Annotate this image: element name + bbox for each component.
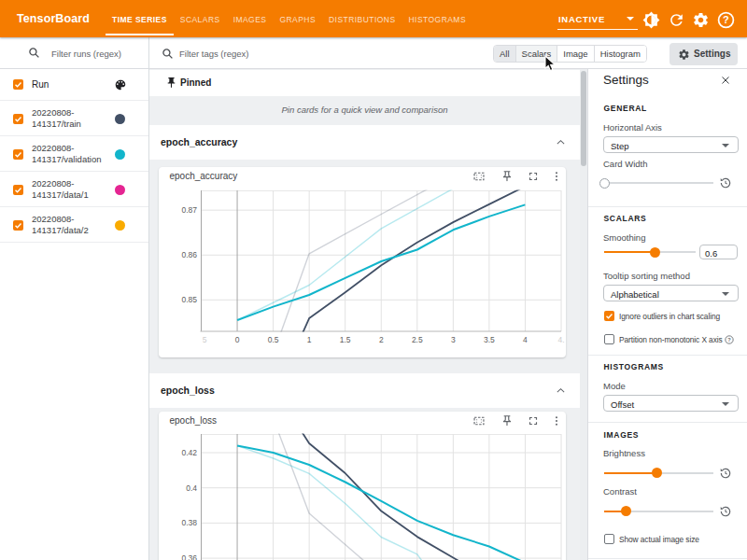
chevron-down-icon [722,402,729,406]
refresh-icon[interactable] [668,11,685,29]
partition-x-axis-row[interactable]: Partition non-monotonic X axis ? [588,334,747,345]
kebab-menu-icon[interactable] [550,170,563,183]
tab-histograms[interactable]: HISTOGRAMS [402,0,473,37]
histogram-mode-dropdown[interactable]: Offset [603,395,739,412]
general-heading: GENERAL [604,104,647,113]
section-header-epoch-accuracy[interactable]: epoch_accuracy [149,125,580,160]
run-row-train[interactable]: 20220808-141317/train [0,101,148,136]
status-select[interactable]: INACTIVE [557,7,638,30]
close-icon[interactable] [720,75,731,86]
palette-icon[interactable] [114,78,127,91]
card-title: epoch_loss [170,415,218,426]
run-select-all-checkbox[interactable] [13,79,23,90]
brightness-slider[interactable] [604,468,713,479]
tags-filter-input[interactable] [179,45,319,62]
run-name: 20220808-141317/validation [32,143,112,164]
contrast-slider[interactable] [604,506,713,517]
partition-checkbox[interactable] [604,334,614,344]
status-label: INACTIVE [558,14,605,24]
slider-thumb[interactable] [650,247,660,258]
svg-text:4.: 4. [557,334,564,343]
actual-image-size-row[interactable]: Show actual image size [588,534,747,545]
icon-glyph [642,11,660,29]
filter-image-button[interactable]: Image [557,46,594,62]
svg-text:2.5: 2.5 [412,334,423,343]
ignore-outliers-row[interactable]: Ignore outliers in chart scaling [588,311,747,322]
svg-text:0.42: 0.42 [181,448,197,457]
contrast-label: Contrast [603,486,637,497]
cards-area: Pinned Pin cards for a quick view and co… [149,69,587,560]
chevron-up-icon[interactable] [556,137,566,147]
section-header-epoch-loss[interactable]: epoch_loss [149,373,580,408]
pin-icon[interactable] [500,170,514,183]
fullscreen-icon[interactable] [527,414,540,427]
tab-distributions[interactable]: DISTRIBUTIONS [322,0,402,37]
settings-panel: Settings GENERAL Horizontal Axis Step Ca… [587,69,747,560]
pin-icon[interactable] [500,414,514,427]
histograms-heading: HISTOGRAMS [604,362,664,371]
run-checkbox[interactable] [13,114,23,124]
settings-button[interactable]: Settings [669,43,738,65]
fit-to-data-icon[interactable] [472,170,486,183]
run-checkbox[interactable] [13,185,23,195]
run-checkbox[interactable] [13,220,23,231]
reset-icon[interactable] [719,176,732,189]
chevron-down-icon [627,17,634,21]
icon-glyph [500,414,514,427]
svg-text:0.87: 0.87 [181,205,197,215]
tab-scalars[interactable]: SCALARS [174,0,227,37]
runs-filter-input[interactable] [51,45,140,62]
filter-histogram-button[interactable]: Histogram [595,46,646,62]
reset-icon[interactable] [719,505,732,518]
tab-graphs[interactable]: GRAPHS [273,0,322,37]
filter-scalars-button[interactable]: Scalars [516,46,558,62]
run-color-dot [115,185,125,195]
run-row-data2[interactable]: 20220808-141317/data/2 [0,207,148,243]
slider-thumb[interactable] [652,468,662,478]
slider-thumb[interactable] [621,506,631,516]
help-icon[interactable]: ? [717,11,735,29]
reset-icon[interactable] [719,467,732,480]
slider-thumb[interactable] [599,178,610,189]
app-logo: TensorBoard [17,0,90,37]
smoothing-slider[interactable] [604,246,696,258]
tab-time-series[interactable]: TIME SERIES [106,0,174,37]
pin-icon [165,77,177,89]
card-width-slider[interactable] [604,177,713,189]
icon-glyph [692,11,710,29]
scrollbar-thumb[interactable] [581,71,586,166]
dropdown-value: Alphabetical [611,289,659,300]
dashboard-toolbar: All Scalars Image Histogram Settings [149,37,747,69]
gear-icon[interactable] [692,11,710,29]
actual-size-checkbox[interactable] [604,534,614,544]
checkbox-label: Show actual image size [619,535,699,544]
run-row-validation[interactable]: 20220808-141317/validation [0,136,148,172]
slider-track [604,182,713,184]
tab-images[interactable]: IMAGES [227,0,274,37]
svg-text:0.86: 0.86 [181,250,197,259]
svg-text:?: ? [723,14,729,25]
kebab-menu-icon[interactable] [550,414,563,427]
dropdown-value: Offset [611,399,634,410]
brightness-toggle-icon[interactable] [642,11,660,29]
pinned-empty-message: Pin cards for a quick view and compariso… [149,96,580,122]
line-chart-epoch-loss[interactable]: 0.420.40.380.36500.511.522.533.544. [159,434,566,560]
line-chart-epoch-accuracy[interactable]: 0.870.860.85500.511.522.533.544. [159,190,566,351]
runs-filter-box [0,37,148,69]
main-scrollbar[interactable] [580,69,587,560]
smoothing-value-box[interactable]: 0.6 [699,245,738,259]
chevron-up-icon[interactable] [556,385,566,396]
fullscreen-icon[interactable] [527,170,540,183]
horizontal-axis-dropdown[interactable]: Step [603,136,739,153]
svg-text:1.5: 1.5 [340,334,351,343]
run-checkbox[interactable] [13,149,23,160]
checkmark-icon [13,149,23,160]
icon-glyph: ? [717,11,735,29]
filter-all-button[interactable]: All [494,46,516,62]
tooltip-sorting-dropdown[interactable]: Alphabetical [603,285,739,301]
tooltip-sorting-label: Tooltip sorting method [603,271,690,281]
fit-to-data-icon[interactable] [472,414,486,427]
smoothing-label: Smoothing [603,232,645,243]
run-row-data1[interactable]: 20220808-141317/data/1 [0,172,148,207]
ignore-outliers-checkbox[interactable] [604,311,614,321]
